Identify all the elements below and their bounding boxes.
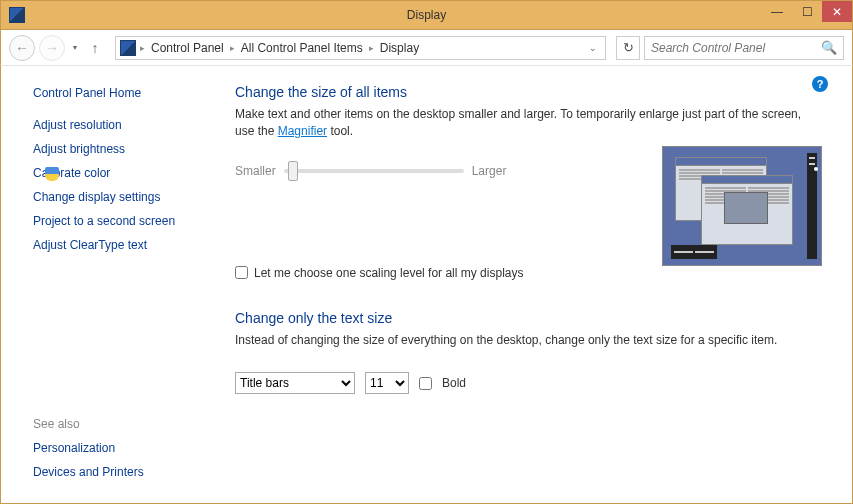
- window-controls: — ☐ ✕: [762, 1, 852, 22]
- item-select[interactable]: Title bars: [235, 372, 355, 394]
- minimize-button[interactable]: —: [762, 1, 792, 22]
- scaling-checkbox-row: Let me choose one scaling level for all …: [235, 266, 822, 280]
- breadcrumb-item[interactable]: Control Panel: [149, 41, 226, 55]
- up-button[interactable]: ↑: [85, 38, 105, 58]
- see-also: See also Personalization Devices and Pri…: [33, 417, 205, 489]
- preview-window: [701, 175, 793, 245]
- shield-icon: [45, 167, 59, 181]
- main-panel: Change the size of all items Make text a…: [221, 66, 852, 503]
- location-icon: [120, 40, 136, 56]
- breadcrumb-sep: ▸: [369, 43, 374, 53]
- sidebar-link-resolution[interactable]: Adjust resolution: [33, 118, 205, 132]
- preview-window: [671, 245, 717, 259]
- maximize-button[interactable]: ☐: [792, 1, 822, 22]
- sidebar-link-cleartype[interactable]: Adjust ClearType text: [33, 238, 205, 252]
- address-bar[interactable]: ▸ Control Panel ▸ All Control Panel Item…: [115, 36, 606, 60]
- bold-label[interactable]: Bold: [442, 376, 466, 390]
- address-dropdown[interactable]: ⌄: [585, 43, 601, 53]
- breadcrumb-sep: ▸: [230, 43, 235, 53]
- sidebar-links: Adjust resolution Adjust brightness Cali…: [33, 118, 205, 252]
- text-size-controls: Title bars 11 Bold: [235, 372, 822, 394]
- slider-thumb[interactable]: [288, 161, 298, 181]
- search-icon[interactable]: 🔍: [821, 40, 837, 55]
- desc-text: tool.: [327, 124, 353, 138]
- search-input[interactable]: [651, 41, 821, 55]
- content: ? Control Panel Home Adjust resolution A…: [0, 66, 853, 504]
- see-also-devices[interactable]: Devices and Printers: [33, 465, 205, 479]
- scaling-slider-row: Smaller Larger: [235, 164, 662, 178]
- navbar: ← → ▾ ↑ ▸ Control Panel ▸ All Control Pa…: [0, 30, 853, 66]
- see-also-title: See also: [33, 417, 205, 431]
- desc-text-size: Instead of changing the size of everythi…: [235, 332, 822, 349]
- slider-max-label: Larger: [472, 164, 507, 178]
- titlebar: Display — ☐ ✕: [0, 0, 853, 30]
- back-button[interactable]: ←: [9, 35, 35, 61]
- forward-button[interactable]: →: [39, 35, 65, 61]
- sidebar-link-brightness[interactable]: Adjust brightness: [33, 142, 205, 156]
- breadcrumb-sep: ▸: [140, 43, 145, 53]
- display-preview: [662, 146, 822, 266]
- window-title: Display: [407, 8, 446, 22]
- one-scaling-label[interactable]: Let me choose one scaling level for all …: [254, 266, 523, 280]
- sidebar: Control Panel Home Adjust resolution Adj…: [1, 66, 221, 503]
- desc-size-all: Make text and other items on the desktop…: [235, 106, 822, 140]
- scaling-slider[interactable]: [284, 169, 464, 173]
- one-scaling-checkbox[interactable]: [235, 266, 248, 279]
- close-button[interactable]: ✕: [822, 1, 852, 22]
- sidebar-link-project[interactable]: Project to a second screen: [33, 214, 205, 228]
- heading-text-size: Change only the text size: [235, 310, 822, 326]
- breadcrumb-item[interactable]: All Control Panel Items: [239, 41, 365, 55]
- help-icon[interactable]: ?: [812, 76, 828, 92]
- sidebar-link-display-settings[interactable]: Change display settings: [33, 190, 205, 204]
- bold-checkbox[interactable]: [419, 377, 432, 390]
- magnifier-link[interactable]: Magnifier: [278, 124, 327, 138]
- breadcrumb-item[interactable]: Display: [378, 41, 421, 55]
- slider-min-label: Smaller: [235, 164, 276, 178]
- heading-size-all: Change the size of all items: [235, 84, 822, 100]
- app-icon: [9, 7, 25, 23]
- control-panel-home-link[interactable]: Control Panel Home: [33, 86, 205, 100]
- history-dropdown[interactable]: ▾: [69, 43, 81, 52]
- search-box[interactable]: 🔍: [644, 36, 844, 60]
- size-select[interactable]: 11: [365, 372, 409, 394]
- see-also-personalization[interactable]: Personalization: [33, 441, 205, 455]
- refresh-button[interactable]: ↻: [616, 36, 640, 60]
